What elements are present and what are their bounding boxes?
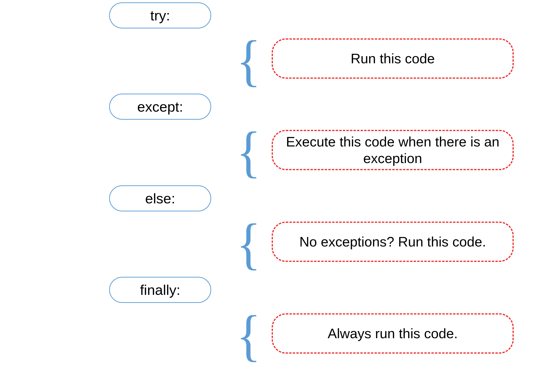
- keyword-box-except: except:: [109, 94, 211, 120]
- desc-box-else: No exceptions? Run this code.: [272, 222, 514, 262]
- desc-label: Always run this code.: [328, 325, 458, 342]
- keyword-label: except:: [137, 99, 183, 115]
- brace-icon: {: [236, 32, 261, 89]
- desc-box-try: Run this code: [272, 38, 514, 79]
- keyword-box-else: else:: [109, 185, 211, 211]
- brace-icon: {: [236, 123, 261, 180]
- brace-icon: {: [236, 307, 261, 364]
- desc-label: No exceptions? Run this code.: [299, 234, 486, 250]
- desc-box-except: Execute this code when there is an excep…: [272, 130, 514, 170]
- desc-label: Execute this code when there is an excep…: [282, 133, 503, 166]
- desc-label: Run this code: [351, 50, 435, 67]
- keyword-box-finally: finally:: [109, 277, 211, 303]
- keyword-label: try:: [150, 7, 170, 24]
- keyword-label: finally:: [140, 282, 180, 298]
- keyword-label: else:: [145, 190, 175, 207]
- brace-icon: {: [236, 215, 261, 272]
- desc-box-finally: Always run this code.: [272, 313, 514, 354]
- keyword-box-try: try:: [109, 2, 211, 28]
- diagram-canvas: try: { Run this code except: { Execute t…: [0, 0, 541, 392]
